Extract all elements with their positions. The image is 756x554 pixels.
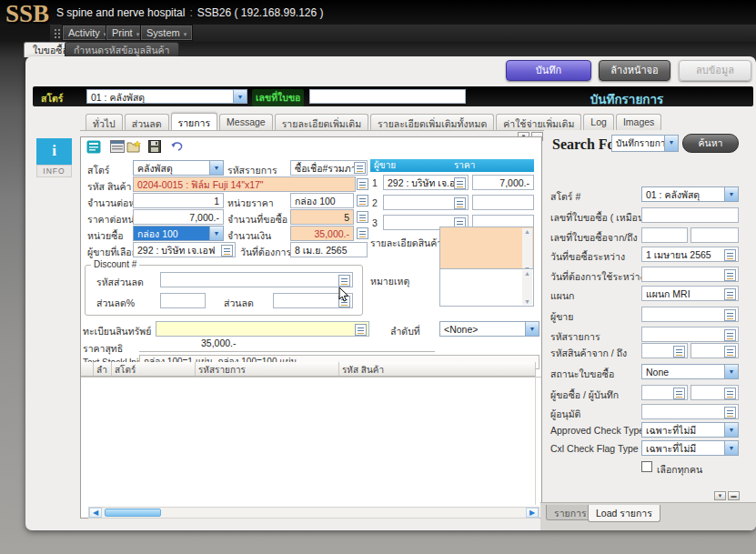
form-view-icon[interactable] [86,140,103,155]
delete-button[interactable]: ลบข้อมูล [679,60,751,81]
amount-browse-button[interactable] [357,227,368,239]
drag-handle-icon[interactable] [54,28,62,38]
discount-amount-label: ส่วนลด [224,296,254,311]
menu-print[interactable]: Print▾ [106,25,145,40]
list-view-icon[interactable] [110,140,126,155]
item-code-input[interactable] [641,327,739,342]
grid-body[interactable] [81,377,541,505]
select-value: None [646,367,669,378]
cxl-check-select[interactable]: เฉพาะที่ไม่มี▼ [641,440,739,456]
tab-more-detail-all[interactable]: รายละเอียดเพิ่มเติมทั้งหมด [370,114,494,130]
req-qty-browse-button[interactable] [357,211,368,223]
scrollbar-thumb[interactable] [105,509,161,517]
requester-browse-button[interactable] [673,388,685,399]
scroll-left-button[interactable]: ◀ [89,508,102,518]
req-date-input[interactable]: 1 เมษายน 2565 [641,247,739,262]
approver-input[interactable] [641,404,739,419]
amount-field[interactable]: 35,000.- [290,226,354,241]
search-button[interactable]: ค้นหา [682,134,739,153]
seq-select[interactable]: <None>▼ [439,321,539,337]
vendor-browse-button[interactable] [221,245,233,257]
header-store-select[interactable]: 01 : คลังพัสดุ ▼ [86,89,247,104]
tab-discount[interactable]: ส่วนลด [125,114,169,130]
need-date-input[interactable] [641,267,739,282]
vendor2-browse-button[interactable] [454,197,466,209]
field-label: รหัสสินค้าจาก / ถึง [550,346,627,361]
tab-general[interactable]: ทั่วไป [86,114,123,130]
discount-percent-field[interactable] [160,293,206,308]
search-store-select[interactable]: 01 : คลังพัสดุ▼ [641,186,739,202]
store-select[interactable]: คลังพัสดุ▼ [133,160,224,176]
price-unit-field[interactable]: กล่อง 100 [290,193,354,208]
vendor-input[interactable] [641,307,739,322]
doc-no-input[interactable] [309,89,466,104]
recorder-browse-button[interactable] [724,388,736,399]
search-mode-select[interactable]: บันทึกรายการ▼ [611,135,679,152]
req-qty-field[interactable]: 5 [290,209,354,225]
menu-system[interactable]: System▾ [141,25,192,40]
product-from-input[interactable] [641,343,688,358]
tab-images[interactable]: Images [616,114,661,130]
product-to-input[interactable] [690,343,739,358]
req-date-browse-button[interactable] [724,249,736,261]
vendor-field[interactable]: 292 : บริษัท เจ.เอฟ [133,242,236,257]
tab-items[interactable]: รายการ [171,113,218,130]
tab-extra-cost[interactable]: ค่าใช้จ่ายเพิ่มเติม [496,114,581,130]
grid-vertical-scrollbar[interactable] [535,377,536,505]
dept-input[interactable]: แผนก MRI [641,286,739,301]
doc-to-input[interactable] [690,227,739,243]
tab-product-code-setup[interactable]: กำหนดรหัสข้อมูลสินค้า [65,42,179,57]
unit-price-field[interactable]: 7,000.- [133,209,224,225]
qty-per-unit-field[interactable]: 1 [133,193,224,208]
asset-field[interactable] [156,321,369,337]
need-date-field[interactable]: 8 เม.ย. 2565 [290,242,368,257]
status-select[interactable]: None▼ [641,364,739,379]
scroll-arrows-icon[interactable]: ▲▼ [522,270,532,305]
undo-icon[interactable] [170,140,186,155]
item-code-browse-button[interactable] [354,162,366,174]
menu-activity[interactable]: Activity▾ [63,25,112,40]
approved-check-select[interactable]: เฉพาะที่ไม่มี▼ [641,422,739,438]
dept-browse-button[interactable] [724,288,736,300]
select-all-checkbox[interactable] [641,461,652,472]
price1-field[interactable]: 7,000.- [472,175,534,190]
clear-screen-button[interactable]: ล้างหน้าจอ [599,60,670,81]
scroll-arrows-icon[interactable]: ▲▼ [522,228,532,272]
item-code-browse-button[interactable] [724,329,736,341]
product-detail-textarea[interactable]: ▲▼ [439,227,534,274]
dropdown-arrow-icon: ▼ [233,90,247,103]
horizontal-scrollbar[interactable]: ◀ ▶ [88,507,539,519]
vendor1-browse-button[interactable] [454,177,466,189]
tab-log[interactable]: Log [583,114,614,130]
new-item-icon[interactable] [126,140,143,155]
info-badge[interactable]: i [36,138,72,165]
need-date-browse-button[interactable] [724,269,736,281]
requester-input[interactable] [641,385,688,400]
price-unit-browse-button[interactable] [357,195,368,206]
buy-unit-select[interactable]: กล่อง 100▼ [133,226,224,241]
product-from-browse-button[interactable] [673,346,685,358]
recorder-input[interactable] [690,385,739,400]
doc-from-input[interactable] [641,227,688,243]
search-collapse-button[interactable]: ▼ [714,491,726,500]
tab-message[interactable]: Message [219,114,273,130]
product-to-browse-button[interactable] [724,346,736,358]
vendor2-field[interactable] [383,195,469,210]
discount-code-field[interactable] [160,272,353,287]
price2-field[interactable] [472,195,534,210]
vendor1-field[interactable]: 292 : บริษัท เจ.อ [383,175,469,190]
product-browse-button[interactable] [357,178,368,190]
save-icon[interactable] [148,140,165,155]
vendor-browse-button[interactable] [724,309,736,321]
approver-browse-button[interactable] [724,407,736,418]
product-code-field[interactable]: 0204-0015 : ฟิล์ม Fuji 14"x17" [133,176,356,192]
doc-like-input[interactable] [641,207,739,223]
tab-load-items[interactable]: Load รายการ [588,505,660,522]
discount-code-browse-button[interactable] [338,275,350,287]
tab-more-detail[interactable]: รายละเอียดเพิ่มเติม [275,114,368,130]
scroll-right-button[interactable]: ▶ [526,508,539,518]
remark-textarea[interactable]: ▲▼ [439,268,534,307]
asset-browse-button[interactable] [355,324,367,336]
save-button[interactable]: บันทึก [506,60,591,81]
search-minimize-button[interactable]: ▬ [728,491,740,500]
